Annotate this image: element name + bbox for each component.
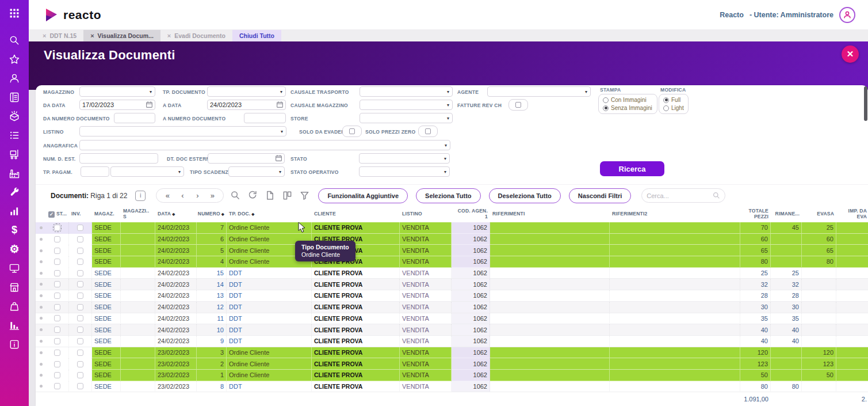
row-checkbox-st[interactable] <box>54 225 60 231</box>
row-checkbox-st[interactable] <box>54 338 60 344</box>
magazzino-select[interactable]: ▾ <box>79 86 155 97</box>
da-data-date-field[interactable]: 17/02/2023 <box>79 100 155 110</box>
stampa-option-con-immagini[interactable]: Con Immagini <box>603 97 653 103</box>
apps-icon[interactable] <box>8 7 21 19</box>
column-header-numero[interactable]: NUMERO◆ <box>197 211 227 217</box>
table-row[interactable]: SEDE24/02/20237Ordine ClienteCLIENTE PRO… <box>36 222 868 234</box>
row-checkbox-st[interactable] <box>54 293 60 299</box>
row-checkbox-inv[interactable] <box>77 270 83 276</box>
ledger-icon[interactable] <box>8 91 21 103</box>
table-row[interactable]: SEDE24/02/202310DDTCLIENTE PROVAVENDITA1… <box>36 324 868 336</box>
dt-doc-esterno-date-field[interactable] <box>208 153 285 164</box>
factory-icon[interactable] <box>8 167 21 179</box>
row-checkbox-inv[interactable] <box>77 225 83 231</box>
solo-da-evadere-checkbox[interactable] <box>342 126 362 137</box>
funzionalita-aggiuntive-button[interactable]: Funzionalita Aggiuntive <box>318 188 408 203</box>
row-checkbox-st[interactable] <box>54 236 60 242</box>
ricerca-button[interactable]: Ricerca <box>600 161 664 176</box>
row-checkbox-inv[interactable] <box>77 361 83 367</box>
row-checkbox-st[interactable] <box>54 315 60 321</box>
trolley-icon[interactable] <box>8 148 21 160</box>
row-checkbox-st[interactable] <box>54 327 60 333</box>
tab-close-icon[interactable]: × <box>90 32 94 39</box>
table-row[interactable]: SEDE23/02/20233Ordine ClienteCLIENTE PRO… <box>36 347 868 359</box>
grid-search-box[interactable] <box>641 188 725 203</box>
tp-pagam-select[interactable]: ▾ <box>110 166 184 177</box>
star-icon[interactable] <box>8 53 21 65</box>
page-last-button[interactable]: » <box>205 191 220 200</box>
page-prev-button[interactable]: ‹ <box>175 191 190 200</box>
chart-icon[interactable] <box>8 319 21 331</box>
tp-documento-select[interactable]: ▾ <box>207 86 286 97</box>
row-checkbox-inv[interactable] <box>77 281 83 287</box>
row-checkbox-inv[interactable] <box>77 372 83 378</box>
table-row[interactable]: SEDE24/02/20234Ordine ClienteCLIENTE PRO… <box>36 256 868 268</box>
tp-pagam-field[interactable] <box>81 166 109 177</box>
brand-logo[interactable]: reacto <box>44 7 101 22</box>
row-checkbox-inv[interactable] <box>77 315 83 321</box>
tab-close-icon[interactable]: × <box>43 32 46 39</box>
stato-operativo-select[interactable]: ▾ <box>359 166 450 177</box>
row-checkbox-st[interactable] <box>54 281 60 287</box>
tools-icon[interactable] <box>8 186 21 198</box>
bag-icon[interactable] <box>8 300 21 312</box>
row-checkbox-inv[interactable] <box>77 293 83 299</box>
close-page-button[interactable]: ✕ <box>842 45 859 63</box>
table-row[interactable]: SEDE23/02/20238DDTCLIENTE PROVAVENDITA10… <box>36 381 868 393</box>
table-row[interactable]: SEDE24/02/20236Ordine ClienteCLIENTE PRO… <box>36 234 868 245</box>
row-checkbox-inv[interactable] <box>77 383 83 389</box>
table-row[interactable]: SEDE24/02/202312DDTCLIENTE PROVAVENDITA1… <box>36 302 868 313</box>
table-row[interactable]: SEDE24/02/20239DDTCLIENTE PROVAVENDITA10… <box>36 336 868 347</box>
layout-icon[interactable] <box>281 190 293 202</box>
table-row[interactable]: SEDE24/02/202315DDTCLIENTE PROVAVENDITA1… <box>36 268 868 279</box>
row-checkbox-st[interactable] <box>54 270 60 276</box>
tab-close-icon[interactable]: × <box>167 32 171 39</box>
deseleziona-tutto-button[interactable]: Deseleziona Tutto <box>489 188 561 203</box>
causale-magazzino-select[interactable]: ▾ <box>360 100 453 110</box>
list-icon[interactable] <box>8 129 21 141</box>
user-icon[interactable] <box>8 72 21 84</box>
anagrafica-select[interactable]: ▾ <box>79 140 450 150</box>
row-checkbox-st[interactable] <box>54 304 60 310</box>
info-icon[interactable]: i <box>135 191 146 201</box>
stato-select[interactable]: ▾ <box>359 153 450 164</box>
seleziona-tutto-button[interactable]: Seleziona Tutto <box>416 188 480 203</box>
info-icon[interactable] <box>8 338 21 350</box>
stampa-option-senza-immagini[interactable]: Senza Immagini <box>603 105 653 111</box>
package-icon[interactable] <box>8 110 21 122</box>
fatture-rev-ch-checkbox[interactable] <box>508 99 528 111</box>
row-checkbox-st[interactable] <box>54 350 60 356</box>
table-row[interactable]: SEDE23/02/20232Ordine ClienteCLIENTE PRO… <box>36 358 868 370</box>
column-header-data[interactable]: DATA◆ <box>155 211 197 217</box>
new-doc-icon[interactable] <box>264 190 276 202</box>
user-avatar[interactable] <box>839 7 855 23</box>
table-row[interactable]: SEDE24/02/20235Ordine ClienteCLIENTE PRO… <box>36 245 868 256</box>
row-checkbox-st[interactable] <box>54 259 60 265</box>
table-row[interactable]: SEDE24/02/202313DDTCLIENTE PROVAVENDITA1… <box>36 290 868 302</box>
row-checkbox-inv[interactable] <box>77 248 83 254</box>
search-icon[interactable] <box>230 190 241 202</box>
row-checkbox-inv[interactable] <box>77 338 83 344</box>
row-checkbox-st[interactable] <box>54 383 60 389</box>
nascondi-filtri-button[interactable]: Nascondi Filtri <box>569 188 631 203</box>
filter-icon[interactable] <box>299 190 310 202</box>
row-checkbox-st[interactable] <box>54 361 60 367</box>
page-next-button[interactable]: › <box>190 191 205 200</box>
solo-prezzi-zero-checkbox[interactable] <box>418 126 438 137</box>
row-checkbox-st[interactable] <box>54 372 60 378</box>
vertical-scrollbar[interactable] <box>864 86 867 121</box>
refresh-icon[interactable] <box>247 190 258 202</box>
num-d-est-field[interactable] <box>79 153 158 164</box>
tab-evadi-documento[interactable]: ×Evadi Documento <box>160 30 232 41</box>
agente-select[interactable]: ▾ <box>487 86 591 97</box>
row-checkbox-st[interactable] <box>54 248 60 254</box>
tab-ddt-n-15[interactable]: ×DDT N.15 <box>36 30 83 41</box>
table-row[interactable]: SEDE23/02/20231Ordine ClienteCLIENTE PRO… <box>36 370 868 381</box>
row-checkbox-inv[interactable] <box>77 350 83 356</box>
a-numero-documento-field[interactable] <box>244 113 286 123</box>
select-all-checkbox[interactable]: ✓ <box>48 211 55 218</box>
row-checkbox-inv[interactable] <box>77 236 83 242</box>
dollar-icon[interactable]: $ <box>8 224 21 236</box>
tab-chiudi-tutto[interactable]: Chiudi Tutto <box>232 30 281 41</box>
monitor-icon[interactable] <box>8 262 21 274</box>
